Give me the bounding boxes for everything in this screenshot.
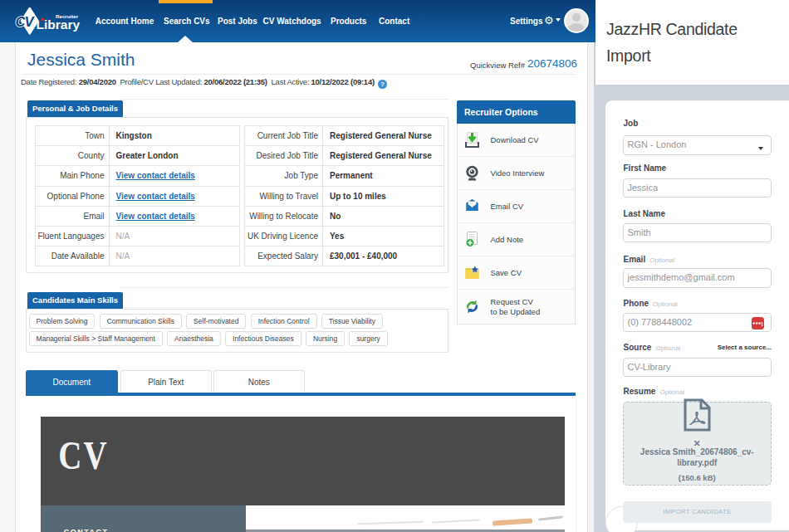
svg-text:Recruiter: Recruiter — [56, 13, 79, 19]
